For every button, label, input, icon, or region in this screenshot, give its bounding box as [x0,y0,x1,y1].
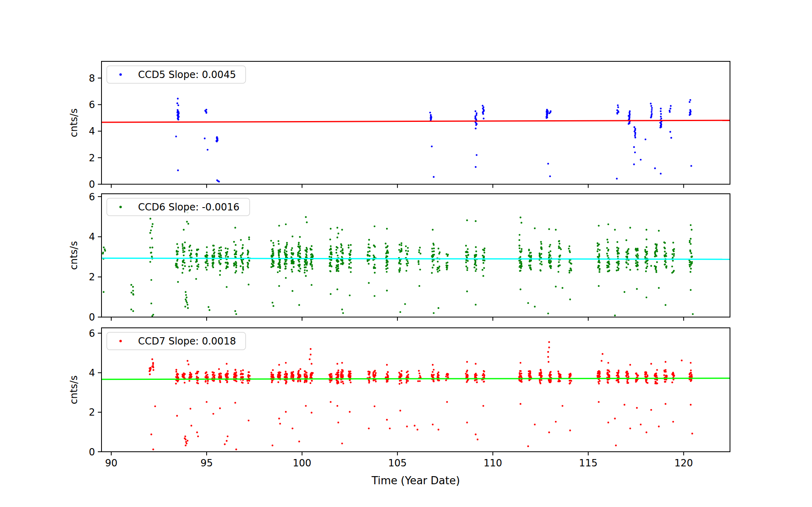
ccd6-data-point [149,218,151,219]
ccd6-data-point [272,253,273,255]
ccd5-data-point [429,112,431,113]
ccd6-data-point [406,253,408,255]
ccd6-data-point [635,265,637,266]
ccd6-data-point [297,252,299,254]
ccd6-data-point [618,261,620,262]
ccd7-data-point [149,367,150,369]
ccd7-data-point [650,363,652,364]
ccd7-data-point [432,371,433,373]
ccd5-data-point [617,104,619,106]
ccd5-legend-label: CCD5 Slope: 0.0045 [138,69,236,80]
ccd6-data-point [151,252,152,254]
ccd6-data-point [207,264,209,266]
ccd7-data-point [207,382,208,384]
figure: 02468cnts/sCCD5 Slope: 0.00450246cnts/sC… [0,0,812,507]
ccd7-data-point [616,379,618,381]
ccd6-data-point [306,221,308,223]
ccd6-data-point [285,266,286,267]
ccd6-data-point [329,249,330,251]
ccd6-data-point [529,264,531,266]
ccd6-legend-label: CCD6 Slope: -0.0016 [138,202,240,213]
ccd6-data-point [227,256,229,258]
ccd5-data-point [177,104,179,106]
ccd7-data-point [278,418,280,419]
ccd6-data-point [272,259,273,261]
ccd6-data-point [291,269,292,271]
ccd6-data-point [467,251,469,253]
ccd6-data-point [475,268,477,270]
ccd6-data-point [181,272,183,273]
ccd7-data-point [342,383,344,384]
ccd6-data-point [207,263,209,264]
ccd6-data-point [218,250,220,251]
ccd7-data-point [298,373,299,374]
ccd7-data-point [149,370,151,371]
ccd7-data-point [249,375,251,377]
ccd6-data-point [475,304,476,306]
ccd6-data-point [286,251,287,252]
ccd5-data-point [431,145,432,147]
ccd6-data-point [646,263,648,264]
ccd6-data-point [534,306,536,308]
ccd6-data-point [181,243,183,245]
ccd6-data-point [405,250,407,251]
ccd7-data-point [270,372,272,373]
ccd7-data-point [175,369,177,370]
ccd7-data-point [234,372,235,374]
ccd7-data-point [184,382,186,384]
ccd7-data-point [483,381,485,382]
ccd6-data-point [350,271,352,273]
ccd6-data-point [664,247,666,249]
ccd6-data-point [598,243,600,245]
ccd7-data-point [550,371,551,373]
ccd7-data-point [233,375,235,377]
ccd7-data-point [466,374,468,375]
ccd7-data-point [285,411,287,413]
ccd7-data-point [341,373,343,374]
ccd7-data-point [205,373,206,374]
ccd6-data-point [273,265,274,266]
ccd6-data-point [474,255,476,256]
ccd6-data-point [616,250,618,251]
ccd6-data-point [541,248,542,250]
ccd7-data-point [197,380,198,381]
ccd5-data-point [207,149,208,150]
ccd6-data-point [655,271,657,273]
ccd6-data-point [291,247,293,249]
ccd7-data-point [185,441,187,443]
ccd6-data-point [177,253,178,255]
ccd6-data-point [373,254,374,256]
ccd7-data-point [548,361,549,363]
ccd6-data-point [184,306,186,308]
ccd6-data-point [187,307,189,309]
ccd5-data-point [635,133,636,135]
ccd6-data-point [220,255,222,256]
ccd6-data-point [181,264,183,266]
ccd6-data-point [520,256,521,258]
ccd6-data-point [540,270,541,271]
ccd6-data-point [310,254,312,256]
ccd7-data-point [547,351,549,353]
ccd6-data-point [400,311,401,313]
ccd6-data-point [235,266,237,268]
ccd7-data-point [297,377,298,379]
ccd7-data-point [475,433,476,435]
ccd7-data-point [374,374,376,375]
ccd7-data-point [626,374,628,375]
ccd6-data-point [177,281,179,283]
ccd6-data-point [242,247,244,248]
ccd6-data-point [306,254,307,256]
ccd7-data-point [646,431,647,433]
ccd6-data-point [598,260,600,262]
ccd6-data-point [627,263,629,265]
ccd5-data-point [669,108,671,109]
ccd6-data-point [598,285,600,287]
ccd7-data-point [219,380,221,381]
ccd7-data-point [153,369,154,371]
ccd6-data-point [196,260,198,262]
ccd6-data-point [187,304,188,306]
ccd6-data-point [337,264,339,266]
ccd6-data-point [329,262,331,263]
ccd7-data-point [690,372,692,373]
ccd6-data-point [407,247,408,249]
